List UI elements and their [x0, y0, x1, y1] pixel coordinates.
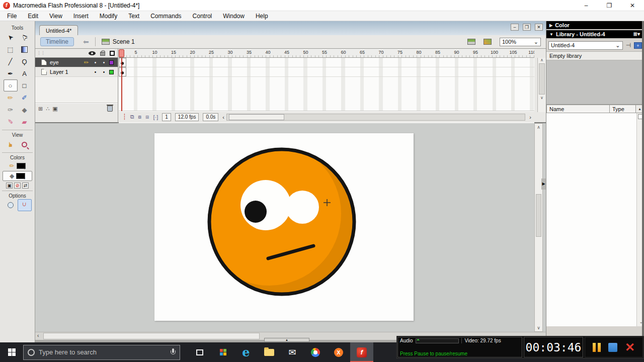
- document-minimize-button[interactable]: –: [511, 24, 519, 31]
- add-motion-guide-button[interactable]: ∴: [46, 106, 49, 112]
- menu-edit[interactable]: Edit: [28, 13, 38, 20]
- timeline-horizontal-scrollbar[interactable]: [226, 114, 525, 121]
- start-button[interactable]: [0, 342, 23, 362]
- edit-symbols-icon[interactable]: [484, 39, 492, 45]
- modify-onion-markers-button[interactable]: [·]: [153, 114, 158, 120]
- edit-multiple-frames-button[interactable]: ⧈: [145, 114, 149, 120]
- hand-tool[interactable]: ☛: [4, 138, 18, 150]
- center-frame-button[interactable]: ┆: [123, 114, 126, 120]
- insert-layer-folder-button[interactable]: ▣: [52, 106, 57, 112]
- keyframe-cell[interactable]: [119, 58, 126, 67]
- document-close-button[interactable]: ✕: [535, 24, 543, 31]
- zoom-tool[interactable]: [18, 138, 32, 150]
- color-panel-header[interactable]: ▶ Color: [546, 21, 644, 29]
- menu-control[interactable]: Control: [193, 13, 212, 20]
- insert-layer-button[interactable]: ⊞: [38, 106, 43, 112]
- pause-button[interactable]: [593, 343, 601, 352]
- oval-tool[interactable]: ○: [4, 79, 18, 92]
- library-panel-header[interactable]: ▼ Library - Untitled-4 ≣▾: [546, 30, 644, 38]
- frame-row-layer1[interactable]: [119, 67, 534, 77]
- black-white-button[interactable]: ▣: [6, 183, 13, 189]
- panel-collapse-arrow[interactable]: ▶: [541, 178, 546, 190]
- recorder-close-button[interactable]: ✕: [625, 342, 635, 352]
- mail-button[interactable]: ✉: [281, 342, 304, 362]
- ink-bottle-tool[interactable]: ✑: [4, 104, 18, 116]
- name-column-header[interactable]: Name: [546, 105, 610, 113]
- edge-button[interactable]: e: [234, 342, 258, 362]
- timeline-ruler[interactable]: 5101520253035404550556065707580859095100…: [119, 49, 534, 58]
- scroll-down-arrow-icon[interactable]: ∨: [540, 96, 543, 100]
- lasso-tool[interactable]: Ϙ: [18, 55, 32, 67]
- window-minimize-button[interactable]: –: [575, 0, 598, 11]
- layer-visibility-dot[interactable]: •: [91, 69, 100, 75]
- chrome-button[interactable]: [304, 342, 327, 362]
- layer-lock-dot[interactable]: •: [100, 69, 108, 75]
- text-tool[interactable]: A: [18, 67, 32, 79]
- pen-tool[interactable]: ✒: [4, 67, 18, 79]
- window-restore-button[interactable]: ❐: [598, 0, 621, 11]
- microphone-icon[interactable]: [171, 348, 176, 356]
- selection-tool[interactable]: ➤: [4, 31, 18, 43]
- onion-skin-button[interactable]: ⧉: [130, 114, 134, 120]
- line-tool[interactable]: ╱: [4, 55, 18, 67]
- lock-layers-icon[interactable]: [100, 52, 105, 56]
- panel-menu-icon[interactable]: ≣▾: [633, 31, 640, 37]
- no-color-button[interactable]: ⊘: [14, 183, 21, 189]
- onion-skin-outlines-button[interactable]: ⧇: [138, 114, 141, 120]
- menu-text[interactable]: Text: [128, 13, 139, 20]
- menu-commands[interactable]: Commands: [150, 13, 181, 20]
- scroll-left-arrow-icon[interactable]: ‹: [37, 333, 39, 338]
- keyframe-cell[interactable]: [119, 67, 126, 76]
- fill-color-swatch[interactable]: [16, 173, 25, 179]
- delete-layer-button[interactable]: [107, 106, 113, 112]
- timeline-vscroll-thumb[interactable]: [539, 63, 545, 95]
- layer-outline-color-swatch[interactable]: [109, 60, 114, 65]
- canvas-hscroll-thumb[interactable]: [43, 333, 260, 339]
- eraser-tool[interactable]: ▰: [18, 116, 32, 128]
- free-transform-tool[interactable]: ⬚: [4, 43, 18, 55]
- canvas-pasteboard[interactable]: ∧ ∨: [35, 123, 546, 332]
- swap-colors-button[interactable]: ⇄: [22, 183, 29, 189]
- layer-row-layer1[interactable]: Layer 1 • •: [35, 67, 118, 77]
- playhead-line[interactable]: [121, 58, 122, 111]
- layer-outline-color-swatch[interactable]: [109, 70, 114, 74]
- show-hide-layers-icon[interactable]: [89, 51, 96, 55]
- edit-scene-icon[interactable]: [467, 39, 475, 45]
- library-document-select[interactable]: Untitled-4 ⌄: [548, 41, 623, 50]
- paint-bucket-tool[interactable]: ◆: [18, 104, 32, 116]
- collapse-handle[interactable]: ▲: [264, 338, 309, 342]
- scroll-down-arrow-icon[interactable]: ∨: [535, 325, 542, 330]
- library-item-list[interactable]: ⌄: [546, 113, 644, 326]
- timeline-vertical-scrollbar[interactable]: ∧ ∨: [537, 58, 546, 112]
- document-restore-button[interactable]: ❐: [523, 24, 531, 31]
- timeline-scroll-left-arrow[interactable]: ‹: [222, 114, 224, 120]
- type-column-header[interactable]: Type: [610, 105, 636, 113]
- frame-row-eye[interactable]: [119, 58, 534, 67]
- subselection-tool[interactable]: ➤: [18, 31, 32, 43]
- stop-button[interactable]: [608, 343, 617, 352]
- zoom-level-select[interactable]: 100% ⌄: [500, 38, 541, 46]
- layer-lock-dot[interactable]: •: [100, 60, 108, 65]
- panel-grip[interactable]: ⋮⋮: [37, 50, 45, 55]
- microsoft-store-button[interactable]: [211, 342, 234, 362]
- menu-window[interactable]: Window: [223, 13, 245, 20]
- taskbar-search-box[interactable]: Type here to search: [23, 345, 180, 360]
- stage[interactable]: [154, 133, 414, 321]
- canvas-vertical-scrollbar[interactable]: ∧ ∨: [534, 123, 543, 332]
- timeline-scrollbar-thumb[interactable]: [229, 114, 284, 120]
- pin-library-icon[interactable]: ⊣: [626, 42, 631, 49]
- playhead-marker[interactable]: [119, 49, 124, 57]
- frames-grid[interactable]: [119, 58, 534, 111]
- canvas-vscroll-thumb[interactable]: [536, 194, 541, 237]
- rectangle-tool[interactable]: □: [18, 79, 32, 92]
- brush-tool[interactable]: ✐: [18, 92, 32, 104]
- pencil-tool[interactable]: ✏: [4, 92, 18, 104]
- timeline-toggle-button[interactable]: Timeline: [40, 37, 74, 46]
- timeline-scroll-right-arrow[interactable]: ›: [529, 114, 531, 120]
- object-drawing-toggle[interactable]: [4, 199, 18, 211]
- eyedropper-tool[interactable]: ✐: [4, 116, 18, 128]
- task-view-button[interactable]: [188, 342, 211, 362]
- file-explorer-button[interactable]: [258, 342, 281, 362]
- frame-rate-indicator[interactable]: 12.0 fps: [175, 113, 199, 121]
- smiley-drawing[interactable]: [154, 133, 414, 321]
